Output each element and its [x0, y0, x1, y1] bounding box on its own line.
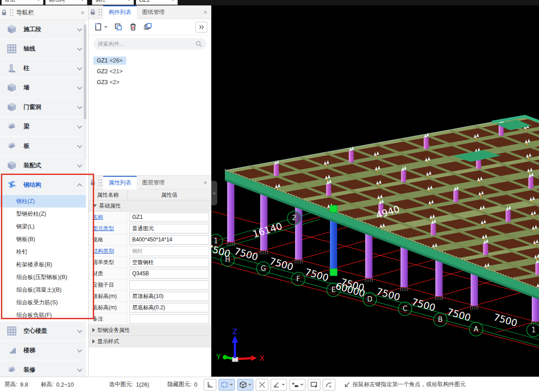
sidebar-subitem-组合板(混凝土)(B)[interactable]: 组合板(混凝土)(B) [0, 283, 86, 296]
sidebar-item-板[interactable]: 板 [0, 137, 86, 156]
section-basic-properties[interactable]: 基础属性 [89, 200, 211, 212]
svg-text:A: A [474, 325, 479, 333]
panel-collapse-handle[interactable]: < [211, 181, 217, 205]
chevron-down-icon [229, 384, 233, 386]
sidebar-subitem-桁架楼承板(B)[interactable]: 桁架楼承板(B) [0, 258, 86, 271]
sidebar-subitem-栓钉[interactable]: 栓钉 [0, 246, 86, 258]
drag-grip-icon[interactable] [98, 8, 102, 16]
search-input[interactable] [98, 41, 196, 47]
property-label[interactable]: 名称 [89, 212, 128, 222]
steel-column-stub[interactable] [401, 170, 406, 182]
section-型钢业务属性[interactable]: 型钢业务属性 [89, 325, 211, 336]
component-search[interactable] [93, 38, 206, 50]
property-row-底标高(m): 底标高(m)层底标高(0.2) [89, 302, 211, 313]
steel-column-stub[interactable] [483, 243, 488, 255]
property-value-input[interactable] [129, 314, 209, 324]
steel-column-stub[interactable] [431, 223, 436, 235]
component-item-GZ2[interactable]: GZ2<21> [93, 67, 126, 76]
steel-column-stub[interactable] [453, 190, 458, 202]
close-icon[interactable]: × [203, 8, 207, 16]
sidebar-item-轴线[interactable]: 轴线 [0, 39, 86, 59]
delete-component-button[interactable] [129, 23, 137, 31]
category-select[interactable]: 钢结构 [45, 0, 87, 5]
add-dimension-icon [291, 381, 299, 389]
property-value-input[interactable]: 层顶标高(10) [129, 292, 209, 301]
element-type-select[interactable]: 钢柱 [92, 0, 134, 5]
steel-column-stub[interactable] [326, 184, 331, 196]
property-value-input[interactable]: B400*450*14*14 [129, 235, 209, 245]
component-item-GZ3[interactable]: GZ3<2> [93, 78, 123, 86]
axis-bubble-G: G [257, 262, 270, 275]
property-value-input[interactable]: 层底标高(0.2) [129, 303, 209, 312]
section-显示样式[interactable]: 显示样式 [89, 336, 211, 347]
steel-column-stub[interactable] [535, 263, 539, 275]
sidebar-item-施工段[interactable]: 施工段 [0, 20, 86, 39]
svg-text:F: F [296, 275, 301, 283]
sidebar-subitem-钢梁(L)[interactable]: 钢梁(L) [0, 220, 86, 233]
steel-column-stub[interactable] [349, 151, 354, 162]
component-item-GZ1[interactable]: GZ1<26> [93, 57, 126, 65]
property-value-input[interactable] [129, 280, 209, 290]
sidebar-item-钢结构[interactable]: 钢结构 [0, 175, 86, 195]
sidebar-subitem-组合板受力筋(S)[interactable]: 组合板受力筋(S) [0, 296, 86, 309]
property-value-input[interactable]: GZ1 [129, 213, 209, 222]
sidebar-item-梁[interactable]: 梁 [0, 117, 86, 137]
sidebar-subitem-钢柱(Z)[interactable]: 钢柱(Z) [0, 195, 86, 208]
floor-select[interactable]: 首层 [1, 0, 43, 5]
ortho-mode-button[interactable] [204, 379, 216, 391]
tab-layer-management[interactable]: 图层管理 [137, 176, 170, 189]
diagonal-arrow-icon [344, 382, 350, 388]
component-select[interactable]: GZ1 [136, 0, 178, 5]
lock-icon [1, 9, 7, 16]
box-select-button[interactable] [219, 379, 235, 391]
view-3d-button[interactable] [237, 379, 253, 391]
tab-property-list[interactable]: 属性列表 [103, 176, 137, 189]
sidebar-subitem-组合板负筋(F)[interactable]: 组合板负筋(F) [0, 309, 86, 321]
steel-column-stub[interactable] [528, 177, 533, 189]
viewport-3d[interactable]: < 12HGFEDCBA1750075007500750075007500750… [211, 5, 539, 377]
sidebar-subitem-钢板(B)[interactable]: 钢板(B) [0, 233, 86, 246]
close-icon[interactable]: × [203, 179, 207, 186]
search-icon [196, 41, 202, 47]
drag-grip-icon[interactable] [98, 179, 102, 187]
sidebar-item-楼梯[interactable]: 楼梯 [0, 341, 86, 360]
property-row-规格: 规格B400*450*14*14 [89, 234, 211, 246]
copy-between-layers-button[interactable] [143, 23, 153, 31]
drag-grip-icon[interactable] [9, 9, 14, 17]
arc-tool-button[interactable] [323, 379, 335, 391]
sidebar-item-空心楼盖[interactable]: 空心楼盖 [0, 321, 86, 341]
angle-measure-button[interactable] [271, 379, 287, 391]
collapsed-sections: 型钢业务属性显示样式 [89, 325, 211, 347]
close-icon[interactable]: × [81, 9, 85, 16]
sidebar-item-墙[interactable]: 墙 [0, 78, 86, 98]
tab-component-list[interactable]: 构件列表 [103, 5, 137, 19]
component-toolbar [89, 19, 211, 35]
sidebar-subitem-型钢砼柱(Z)[interactable]: 型钢砼柱(Z) [0, 208, 86, 220]
property-label: 定额子目 [89, 279, 128, 290]
copy-component-button[interactable] [114, 23, 123, 31]
svg-text:D: D [367, 295, 372, 303]
property-value-input[interactable]: 普通图元 [129, 224, 209, 233]
sidebar-subitem-组合板(压型钢板)(B)[interactable]: 组合板(压型钢板)(B) [0, 271, 86, 283]
grip-bottom[interactable] [330, 269, 337, 276]
more-tools-button[interactable] [196, 22, 207, 33]
sidebar-item-柱[interactable]: 柱 [0, 59, 86, 78]
add-dimension-button[interactable] [289, 379, 305, 391]
fit-view-button[interactable] [308, 379, 320, 391]
property-value-input[interactable]: Q345B [129, 269, 209, 279]
new-component-button[interactable] [94, 23, 108, 31]
sidebar-item-装配式[interactable]: 装配式 [0, 156, 86, 175]
sidebar-item-门窗洞[interactable]: 门窗洞 [0, 98, 86, 117]
steel-column-stub[interactable] [424, 137, 429, 149]
deselect-button[interactable] [256, 379, 268, 391]
steel-column-stub[interactable] [274, 164, 279, 176]
nav-scrollbar[interactable] [84, 24, 86, 159]
grip-top[interactable] [330, 205, 337, 213]
property-value-input[interactable]: 空腹钢柱 [129, 258, 209, 267]
property-label[interactable]: 结构类别 [89, 246, 128, 256]
property-row-清单类型: 清单类型空腹钢柱 [89, 257, 211, 268]
property-label[interactable]: 图元类型 [89, 223, 128, 234]
tab-drawing-management[interactable]: 图纸管理 [137, 5, 170, 19]
steel-column-stub[interactable] [506, 210, 510, 222]
property-value-input[interactable]: 钢柱 [129, 246, 209, 256]
